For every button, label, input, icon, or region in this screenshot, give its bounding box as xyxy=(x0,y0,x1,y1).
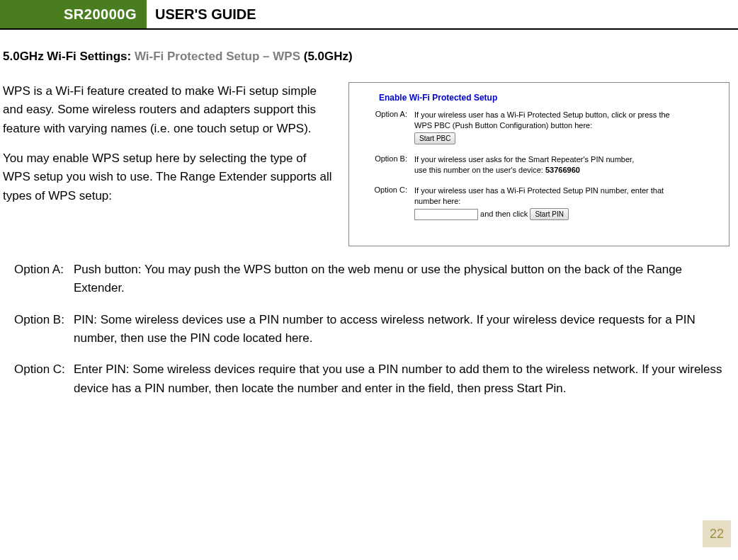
option-c-label: Option C: xyxy=(14,360,74,398)
wps-option-a-label: Option A: xyxy=(362,110,407,144)
section-gray: Wi-Fi Protected Setup – WPS xyxy=(135,50,304,63)
option-b-text: PIN: Some wireless devices use a PIN num… xyxy=(74,311,730,348)
wps-panel-title: Enable Wi-Fi Protected Setup xyxy=(379,93,716,103)
option-c-text: Enter PIN: Some wireless devices require… xyxy=(74,360,730,398)
wps-option-b-line2-prefix: use this number on the user's device: xyxy=(414,166,545,174)
wps-option-a-body: If your wireless user has a Wi-Fi Protec… xyxy=(414,110,716,144)
paragraph-2: You may enable WPS setup here by selecti… xyxy=(3,149,336,205)
pin-input-field[interactable] xyxy=(414,209,478,220)
wps-pin-number: 53766960 xyxy=(545,166,580,174)
option-a-row: Option A: Push button: You may push the … xyxy=(14,261,730,298)
wps-option-c-midtext: and then click xyxy=(478,210,530,218)
wps-option-b: Option B: If your wireless user asks for… xyxy=(362,154,716,176)
wps-option-a-line1: If your wireless user has a Wi-Fi Protec… xyxy=(414,110,670,119)
intro-text: WPS is a Wi-Fi feature created to make W… xyxy=(3,82,336,246)
wps-config-screenshot: Enable Wi-Fi Protected Setup Option A: I… xyxy=(348,82,730,246)
start-pbc-button[interactable]: Start PBC xyxy=(414,132,455,145)
wps-option-a: Option A: If your wireless user has a Wi… xyxy=(362,110,716,144)
guide-title: USER'S GUIDE xyxy=(147,0,256,28)
option-c-row: Option C: Enter PIN: Some wireless devic… xyxy=(14,360,730,398)
body-layout: WPS is a Wi-Fi feature created to make W… xyxy=(3,82,730,246)
options-list: Option A: Push button: You may push the … xyxy=(3,261,730,398)
page-number: 22 xyxy=(703,520,731,547)
section-suffix: (5.0GHz) xyxy=(304,50,353,63)
section-heading: 5.0GHz Wi-Fi Settings: Wi-Fi Protected S… xyxy=(3,50,730,64)
wps-option-c-label: Option C: xyxy=(362,185,407,220)
option-a-label: Option A: xyxy=(14,261,74,298)
wps-option-c-line2: number here: xyxy=(414,197,460,205)
option-a-text: Push button: You may push the WPS button… xyxy=(74,261,730,298)
wps-option-c-line1: If your wireless user has a Wi-Fi Protec… xyxy=(414,186,664,195)
wps-option-a-line2: WPS PBC (Push Button Configuration) butt… xyxy=(414,121,592,130)
wps-option-c: Option C: If your wireless user has a Wi… xyxy=(362,185,716,220)
wps-option-c-body: If your wireless user has a Wi-Fi Protec… xyxy=(414,185,716,220)
page-content: 5.0GHz Wi-Fi Settings: Wi-Fi Protected S… xyxy=(0,50,738,398)
wps-option-b-line1: If your wireless user asks for the Smart… xyxy=(414,155,634,164)
paragraph-1: WPS is a Wi-Fi feature created to make W… xyxy=(3,82,336,138)
product-badge: SR20000G xyxy=(0,0,147,28)
wps-option-b-label: Option B: xyxy=(362,154,407,176)
section-prefix: 5.0GHz Wi-Fi Settings: xyxy=(3,50,135,63)
wps-option-b-body: If your wireless user asks for the Smart… xyxy=(414,154,716,176)
option-b-row: Option B: PIN: Some wireless devices use… xyxy=(14,311,730,348)
page-header: SR20000G USER'S GUIDE xyxy=(0,0,738,30)
option-b-label: Option B: xyxy=(14,311,74,348)
start-pin-button[interactable]: Start PIN xyxy=(530,208,569,221)
